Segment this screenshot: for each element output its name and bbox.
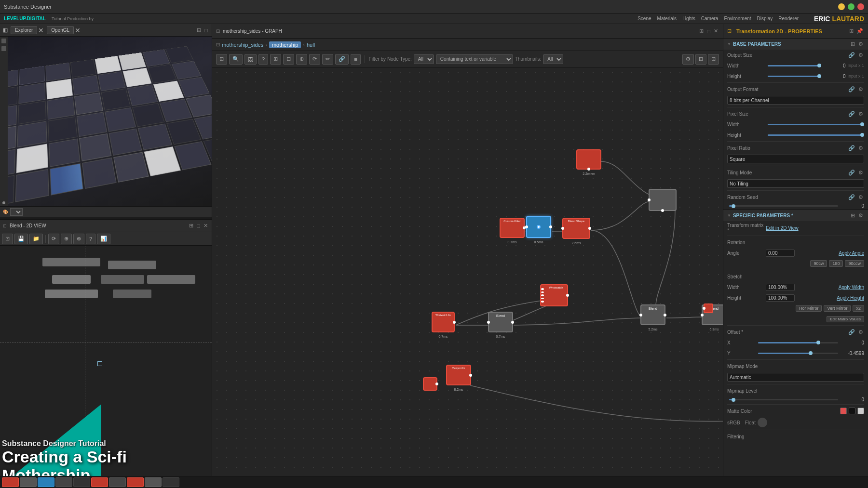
graph-tool-align[interactable]: ≡	[351, 54, 360, 65]
graph-tool-1[interactable]: ⊡	[216, 54, 227, 65]
toolbar-btn-2[interactable]: 💾	[14, 234, 28, 244]
thumb-2[interactable]	[20, 477, 37, 487]
graph-layout-btn[interactable]: ⊞	[695, 54, 706, 65]
color-swatch-white[interactable]	[857, 408, 864, 414]
pixel-size-settings-btn[interactable]: ⚙	[857, 111, 864, 117]
node-blend-8[interactable]: Blend 0.7ms	[488, 312, 513, 332]
thumb-10[interactable]	[163, 477, 179, 487]
offset-x-slider[interactable]	[758, 342, 838, 343]
nav-display[interactable]: Display	[757, 16, 773, 21]
px-width-slider[interactable]	[768, 124, 862, 125]
nav-scene[interactable]: Scene	[637, 16, 651, 21]
node-gray-top[interactable]	[649, 189, 677, 211]
output-node[interactable]	[704, 303, 713, 313]
float-button[interactable]: ⊞	[196, 27, 202, 33]
close-button[interactable]	[857, 3, 864, 10]
color-mode-select[interactable]: sRGB (default)	[10, 208, 23, 216]
view-2d-max[interactable]: □	[196, 223, 201, 229]
graph-tool-2[interactable]: 🔍	[229, 54, 243, 65]
filter-text-select[interactable]: Containing text or variable	[436, 54, 513, 64]
filter-type-select[interactable]: All	[414, 54, 434, 64]
graph-tool-3[interactable]: 🖼	[244, 54, 257, 65]
nav-renderer[interactable]: Renderer	[778, 16, 799, 21]
rot-180-btn[interactable]: 180	[829, 260, 843, 267]
offset-x-thumb[interactable]	[816, 341, 820, 344]
thumb-1[interactable]	[2, 477, 19, 487]
format-settings-btn[interactable]: ⚙	[857, 86, 864, 92]
mipmap-level-slider[interactable]	[729, 399, 838, 400]
props-float-btn[interactable]: ⊞	[848, 28, 854, 34]
rot-90ccw-btn[interactable]: 90ccw	[845, 260, 864, 267]
node-small-red[interactable]	[423, 377, 437, 391]
graph-close-btn[interactable]: ✕	[713, 28, 719, 34]
vert-mirror-btn[interactable]: Vert Mirror	[824, 305, 851, 312]
pixel-ratio-link-btn[interactable]: 🔗	[847, 145, 856, 151]
tiling-settings-btn[interactable]: ⚙	[857, 170, 864, 176]
color-swatch-black[interactable]	[849, 408, 855, 414]
x2-btn[interactable]: x2	[853, 305, 864, 312]
offset-settings-btn[interactable]: ⚙	[857, 329, 864, 335]
toolbar-btn-3[interactable]: 📁	[29, 234, 43, 244]
graph-tool-9[interactable]: ✏	[322, 54, 333, 65]
graph-tool-7[interactable]: ⊕	[296, 54, 307, 65]
transform-matrix-edit[interactable]: Edit in 2D View	[766, 225, 799, 231]
apply-angle-btn[interactable]: Apply Angle	[839, 251, 864, 256]
base-params-header[interactable]: ▼ BASE PARAMETERS ⊞ ⚙	[723, 39, 868, 50]
node-wristwatch[interactable]: Wristwatch	[540, 284, 568, 306]
thumb-5[interactable]	[73, 477, 90, 487]
graph-tool-6[interactable]: ⊟	[283, 54, 294, 65]
angle-input[interactable]	[766, 250, 795, 257]
apply-height-btn[interactable]: Apply Height	[837, 295, 864, 301]
explorer-close-icon[interactable]: ✕	[38, 26, 44, 34]
node-red-top[interactable]: 2.2m×m	[576, 149, 601, 170]
pixel-size-link-btn[interactable]: 🔗	[847, 111, 856, 117]
nav-environment[interactable]: Environment	[724, 16, 751, 21]
specific-settings-btn[interactable]: ⚙	[857, 212, 864, 219]
dock-button[interactable]: □	[203, 27, 209, 33]
thumb-4[interactable]	[55, 477, 72, 487]
px-height-slider[interactable]	[768, 134, 862, 136]
thumb-7[interactable]	[109, 477, 126, 487]
node-blend-9[interactable]: Blend 5.2ms	[640, 304, 665, 325]
selection-handle[interactable]	[537, 225, 541, 229]
tiling-mode-input[interactable]	[727, 179, 864, 188]
toolbar-btn-8[interactable]: 📊	[97, 234, 110, 244]
pixel-ratio-input[interactable]	[727, 155, 864, 163]
graph-tool-10[interactable]: 🔗	[335, 54, 349, 65]
node-viewport-fn[interactable]: Viewport Fn 8.2ms	[446, 365, 471, 385]
thumb-6[interactable]	[91, 477, 108, 487]
settings-btn[interactable]: ⚙	[857, 41, 864, 47]
mipmap-level-thumb[interactable]	[732, 398, 735, 402]
tiling-link-btn[interactable]: 🔗	[847, 170, 856, 176]
specific-expand-btn[interactable]: ⊞	[850, 212, 856, 219]
output-format-input[interactable]	[727, 96, 864, 105]
graph-canvas[interactable]: 2.2m×m Custom Filter 0.7ms 0.5ms	[212, 67, 723, 476]
random-seed-link-btn[interactable]: 🔗	[847, 194, 856, 200]
graph-tool-8[interactable]: ⟳	[309, 54, 320, 65]
px-width-thumb[interactable]	[860, 122, 864, 126]
node-wristwatch-fn[interactable]: Wristwatch Fn 0.7ms	[432, 312, 455, 332]
nav-materials[interactable]: Materials	[657, 16, 677, 21]
expand-btn[interactable]: ⊞	[850, 41, 856, 47]
specific-params-header[interactable]: ▼ SPECIFIC PARAMETERS * ⊞ ⚙	[723, 210, 868, 221]
output-size-link-btn[interactable]: 🔗	[847, 52, 856, 58]
opengl-close-icon[interactable]: ✕	[75, 26, 81, 34]
thumb-3[interactable]	[38, 477, 54, 487]
edit-matrix-btn[interactable]: Edit Matrix Values	[827, 316, 864, 322]
view-2d-float[interactable]: ⊞	[188, 223, 194, 229]
height-slider[interactable]	[768, 76, 819, 77]
output-size-settings-btn[interactable]: ⚙	[857, 52, 864, 58]
thumb-9[interactable]	[145, 477, 162, 487]
node-blue-selected[interactable]: 0.5ms	[526, 216, 551, 238]
offset-y-slider[interactable]	[758, 353, 838, 354]
graph-connect-btn[interactable]: ⚙	[682, 54, 694, 65]
px-height-thumb[interactable]	[860, 133, 864, 137]
toolbar-btn-1[interactable]: ⊡	[2, 234, 13, 244]
view-2d-close[interactable]: ✕	[203, 223, 209, 229]
stretch-width-input[interactable]	[766, 284, 795, 291]
toolbar-btn-6[interactable]: ⊗	[73, 234, 84, 244]
minimize-button[interactable]	[838, 3, 845, 10]
rot-90cw-btn[interactable]: 90cw	[810, 260, 827, 267]
maximize-button[interactable]	[848, 3, 854, 10]
color-wheel-icon[interactable]	[758, 418, 767, 427]
